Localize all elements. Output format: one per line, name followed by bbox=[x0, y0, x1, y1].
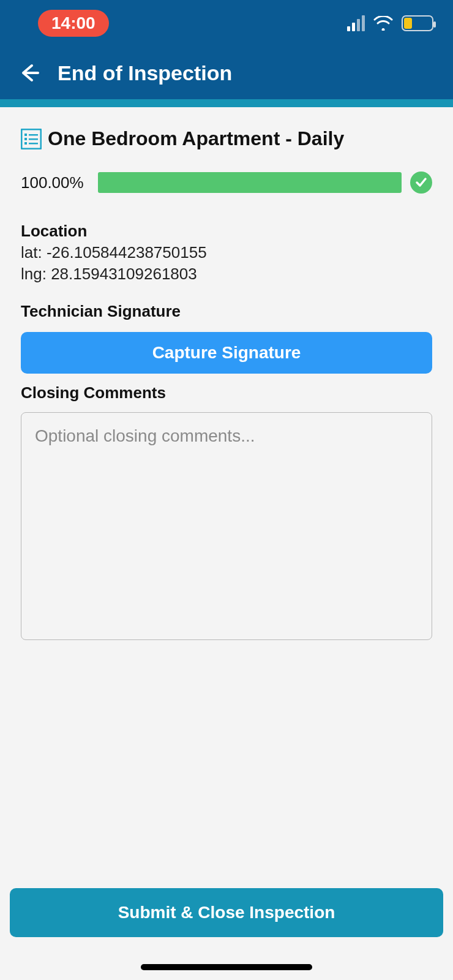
progress-bar bbox=[98, 172, 402, 193]
battery-icon bbox=[402, 15, 433, 31]
header-accent-strip bbox=[0, 99, 453, 107]
footer: Submit & Close Inspection bbox=[10, 888, 443, 937]
inspection-title: One Bedroom Apartment - Daily bbox=[48, 128, 344, 149]
location-lng: lng: 28.15943109261803 bbox=[21, 265, 432, 284]
svg-rect-5 bbox=[24, 142, 27, 145]
progress-percentage: 100.00% bbox=[21, 173, 89, 192]
signature-label: Technician Signature bbox=[21, 302, 432, 321]
cellular-signal-icon bbox=[347, 15, 365, 31]
svg-rect-2 bbox=[29, 134, 38, 136]
status-icons bbox=[347, 15, 433, 31]
app-header: End of Inspection bbox=[0, 47, 453, 99]
home-indicator bbox=[141, 964, 312, 970]
progress-row: 100.00% bbox=[21, 172, 432, 194]
progress-complete-check-icon bbox=[410, 172, 432, 194]
svg-rect-4 bbox=[29, 138, 38, 140]
page-header-title: End of Inspection bbox=[58, 61, 232, 85]
checklist-icon bbox=[21, 129, 42, 149]
svg-rect-1 bbox=[24, 134, 27, 136]
closing-comments-input[interactable] bbox=[21, 412, 432, 640]
status-bar: 14:00 bbox=[0, 0, 453, 47]
arrow-left-icon bbox=[18, 62, 40, 84]
back-button[interactable] bbox=[18, 62, 40, 84]
closing-comments-label: Closing Comments bbox=[21, 383, 432, 402]
main-content: One Bedroom Apartment - Daily 100.00% Lo… bbox=[0, 107, 453, 980]
location-lat: lat: -26.10584423875015​5 bbox=[21, 243, 432, 262]
wifi-icon bbox=[373, 16, 393, 31]
time-pill: 14:00 bbox=[38, 10, 109, 37]
svg-rect-6 bbox=[29, 143, 38, 145]
capture-signature-button[interactable]: Capture Signature bbox=[21, 332, 432, 374]
svg-rect-3 bbox=[24, 138, 27, 140]
submit-close-button[interactable]: Submit & Close Inspection bbox=[10, 888, 443, 937]
location-label: Location bbox=[21, 222, 432, 241]
inspection-title-row: One Bedroom Apartment - Daily bbox=[21, 128, 432, 149]
